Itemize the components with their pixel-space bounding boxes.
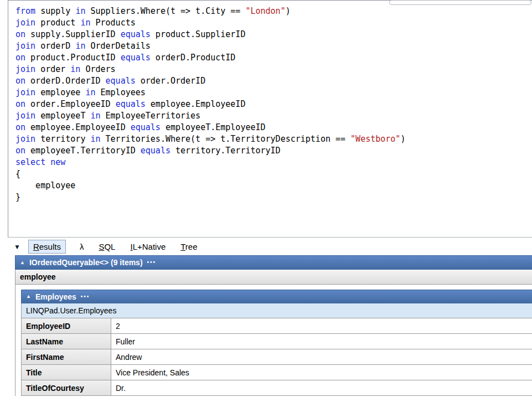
code-line: on employeeT.TerritoryID equals territor… [16,145,532,157]
code-line: join product in Products [16,17,532,29]
tab-results[interactable]: Results [28,240,66,254]
property-name-cell: Title [22,365,111,380]
property-name-cell: TitleOfCourtesy [22,380,111,395]
code-line: join territory in Territories.Where(t =>… [16,133,532,145]
property-name-cell: FirstName [22,349,111,364]
tab-il-native[interactable]: IL+Native [129,240,167,253]
results-tabbar: ▼ ResultsλSQLIL+NativeTree [8,238,532,255]
code-editor[interactable]: from supply in Suppliers.Where(t => t.Ci… [8,0,532,238]
property-name-cell: LastName [22,334,111,349]
tab-tree[interactable]: Tree [179,240,198,253]
property-name-cell: EmployeeID [22,318,111,333]
table-row: TitleOfCourtesyDr. [21,380,532,396]
property-value-cell: Andrew [111,349,532,364]
horizontal-scrollbar[interactable] [389,0,531,5]
table-row: FirstNameAndrew [21,349,532,365]
table-row: EmployeeID2 [21,318,532,334]
queryable-header[interactable]: ▲ IOrderedQueryable<> (9 items) ••• [15,255,532,270]
code-line: on employee.EmployeeID equals employeeT.… [16,122,532,133]
queryable-header-label: IOrderedQueryable<> (9 items) [29,258,143,267]
code-line: select new [16,157,532,168]
code-line: from supply in Suppliers.Where(t => t.Ci… [16,6,532,17]
tab-list: ResultsλSQLIL+NativeTree [28,240,199,254]
property-value-cell: Dr. [111,380,532,395]
type-name-row: LINQPad.User.Employees [21,303,532,318]
code-line: employee [16,180,532,192]
collapse-panel-icon[interactable]: ▼ [14,243,20,251]
employees-header[interactable]: ▲ Employees ••• [21,290,532,303]
code-line: on orderD.OrderID equals order.OrderID [16,75,532,87]
code-line: on product.ProductID equals orderD.Produ… [16,52,532,64]
collapse-arrow-icon[interactable]: ▲ [26,294,31,299]
code-line: on order.EmployeeID equals employee.Empl… [16,99,532,110]
employees-table: ▲ Employees ••• LINQPad.User.Employees E… [21,290,532,396]
code-line: join employeeT in EmployeeTerritories [16,110,532,122]
code-line: { [16,168,532,180]
employee-properties: EmployeeID2LastNameFullerFirstNameAndrew… [21,318,532,396]
code-area[interactable]: from supply in Suppliers.Where(t => t.Ci… [16,6,532,203]
column-header-label: employee [20,272,56,281]
property-value-cell: Vice President, Sales [111,365,532,380]
ellipsis-icon[interactable]: ••• [147,260,157,265]
collapse-arrow-icon[interactable]: ▲ [20,260,25,265]
object-cell: ▲ Employees ••• LINQPad.User.Employees E… [15,285,532,396]
code-line: join orderD in OrderDetails [16,40,532,52]
tab-lambda[interactable]: λ [79,240,85,253]
type-name-label: LINQPad.User.Employees [26,306,116,315]
code-line: join order in Orders [16,64,532,75]
code-line: } [16,192,532,203]
table-row: TitleVice President, Sales [21,365,532,380]
ellipsis-icon[interactable]: ••• [81,294,90,300]
table-row: LastNameFuller [21,334,532,349]
code-line: join employee in Employees [16,87,532,99]
employees-header-label: Employees [35,292,76,301]
tab-sql[interactable]: SQL [97,240,116,253]
property-value-cell: Fuller [111,334,532,349]
code-line: on supply.SupplierID equals product.Supp… [16,29,532,40]
column-header-employee: employee [15,270,532,285]
property-value-cell: 2 [111,318,532,333]
results-panel: ▲ IOrderedQueryable<> (9 items) ••• empl… [15,255,532,396]
